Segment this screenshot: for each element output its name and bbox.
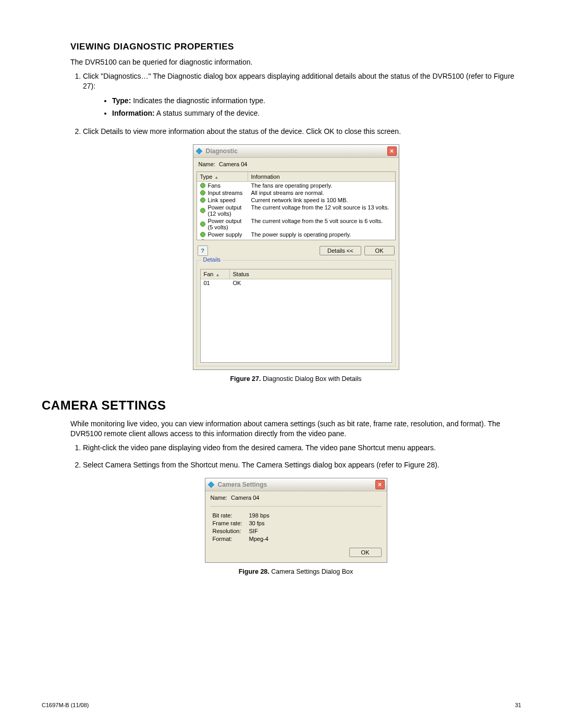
bitrate-label: Bit rate: — [213, 512, 249, 519]
framerate-value: 30 fps — [249, 520, 265, 526]
heading-viewing-diagnostic: VIEWING DIAGNOSTIC PROPERTIES — [70, 42, 521, 52]
cs-name-row: Name: Camera 04 — [205, 491, 387, 505]
footer-page: 31 — [515, 702, 521, 708]
diagnostic-table: Type▲ Information FansThe fans are opera… — [197, 171, 396, 240]
status-dot-icon — [200, 232, 205, 237]
close-icon[interactable]: × — [387, 146, 397, 156]
camera-settings-para: While monitoring live video, you can vie… — [70, 419, 521, 439]
fig28-text: Camera Settings Dialog Box — [270, 568, 353, 575]
row-type: Power output (5 volts) — [208, 218, 245, 230]
sort-icon: ▲ — [215, 273, 219, 277]
cs-name-label: Name: — [211, 495, 227, 501]
step-2: Click Details to view more information a… — [83, 127, 521, 137]
table-row[interactable]: Power supplyThe power supply is operatin… — [197, 231, 395, 238]
row-type: Fans — [208, 182, 221, 189]
row-type: Power supply — [208, 231, 242, 238]
heading-camera-settings: CAMERA SETTINGS — [42, 398, 521, 413]
row-resolution: Resolution:SIF — [213, 528, 382, 534]
step-1-text: Click "Diagnostics…" The Diagnostic dial… — [83, 72, 515, 91]
footer-docid: C1697M-B (11/08) — [42, 702, 89, 708]
resolution-label: Resolution: — [213, 528, 249, 534]
name-label: Name: — [199, 161, 215, 167]
row-info: The current voltage from the 5 volt sour… — [248, 217, 395, 231]
row-type: Link speed — [208, 197, 236, 203]
intro-text: The DVR5100 can be queried for diagnosti… — [70, 57, 521, 67]
details-group: Details Fan▲ Status 01 OK — [197, 260, 396, 366]
status-dot-icon — [200, 190, 205, 195]
dialog-titlebar: Diagnostic × — [193, 145, 399, 158]
row-format: Format:Mpeg-4 — [213, 536, 382, 542]
name-row: Name: Camera 04 — [193, 158, 399, 171]
row-info: The power supply is operating properly. — [248, 231, 395, 238]
cs-titlebar: Camera Settings × — [205, 478, 387, 491]
table-row[interactable]: FansThe fans are operating properly. — [197, 182, 395, 189]
figure-27-caption: Figure 27. Diagnostic Dialog Box with De… — [70, 375, 521, 382]
status-dot-icon — [200, 221, 205, 227]
bullet-info-label: Information: — [112, 109, 155, 117]
step-1: Click "Diagnostics…" The Diagnostic dial… — [83, 71, 521, 118]
svg-marker-1 — [208, 482, 214, 488]
table-row[interactable]: Power output (12 volts)The current volta… — [197, 204, 395, 217]
framerate-label: Frame rate: — [213, 520, 249, 526]
name-value: Camera 04 — [219, 161, 247, 167]
dialog-title: Diagnostic — [206, 147, 387, 155]
status-dot-icon — [200, 183, 205, 188]
app-icon — [195, 147, 203, 155]
fig27-label: Figure 27. — [230, 375, 261, 382]
cs-name-value: Camera 04 — [231, 495, 259, 501]
det-fan-val: 01 — [201, 279, 230, 287]
cs-ok-button[interactable]: OK — [349, 548, 382, 557]
ok-button[interactable]: OK — [364, 246, 395, 255]
col-info: Information — [248, 172, 395, 181]
col-type: Type — [200, 174, 213, 180]
bullet-information: Information: A status summary of the dev… — [112, 108, 521, 119]
status-dot-icon — [200, 198, 205, 203]
cs-step-1: Right-click the video pane displaying vi… — [83, 443, 521, 453]
row-info: The current voltage from the 12 volt sou… — [248, 204, 395, 217]
row-info: All input streams are normal. — [248, 189, 395, 196]
row-info: The fans are operating properly. — [248, 182, 395, 189]
cs-step-2: Select Camera Settings from the Shortcut… — [83, 460, 521, 471]
resolution-value: SIF — [249, 528, 258, 534]
table-header[interactable]: Type▲ Information — [197, 172, 395, 182]
cs-title: Camera Settings — [218, 481, 375, 488]
fig27-text: Diagnostic Dialog Box with Details — [261, 375, 361, 382]
row-type: Power output (12 volts) — [208, 204, 245, 217]
det-status-val: OK — [230, 279, 391, 287]
row-type: Input streams — [208, 190, 243, 196]
row-bitrate: Bit rate:198 bps — [213, 512, 382, 519]
fig28-label: Figure 28. — [239, 568, 270, 575]
det-col-fan: Fan — [204, 271, 214, 277]
status-dot-icon — [200, 208, 205, 213]
bullet-type-text: Indicates the diagnostic information typ… — [131, 96, 265, 105]
close-icon[interactable]: × — [375, 480, 385, 489]
format-label: Format: — [213, 536, 249, 542]
bullet-type: Type: Indicates the diagnostic informati… — [112, 96, 521, 106]
bitrate-value: 198 bps — [249, 512, 270, 519]
row-framerate: Frame rate:30 fps — [213, 520, 382, 526]
camera-settings-dialog: Camera Settings × Name: Camera 04 Bit ra… — [205, 478, 387, 563]
figure-28-caption: Figure 28. Camera Settings Dialog Box — [70, 568, 521, 575]
table-row[interactable]: Power output (5 volts)The current voltag… — [197, 217, 395, 231]
det-col-status: Status — [230, 269, 391, 279]
details-button[interactable]: Details << — [320, 246, 361, 255]
svg-marker-0 — [196, 148, 202, 154]
table-row[interactable]: Link speedCurrent network link speed is … — [197, 196, 395, 204]
details-legend: Details — [201, 256, 223, 263]
bullet-type-label: Type: — [112, 96, 131, 105]
table-row[interactable]: Input streamsAll input streams are norma… — [197, 189, 395, 196]
separator — [211, 506, 382, 507]
format-value: Mpeg-4 — [249, 536, 268, 542]
diagnostic-dialog: Diagnostic × Name: Camera 04 Type▲ Infor… — [193, 144, 399, 370]
sort-icon: ▲ — [214, 175, 218, 180]
app-icon — [207, 481, 215, 488]
bullet-info-text: A status summary of the device. — [155, 109, 260, 117]
row-info: Current network link speed is 100 MB. — [248, 196, 395, 204]
details-table: Fan▲ Status 01 OK — [200, 269, 392, 363]
help-icon[interactable]: ? — [198, 245, 208, 256]
details-row: 01 OK — [201, 279, 391, 287]
